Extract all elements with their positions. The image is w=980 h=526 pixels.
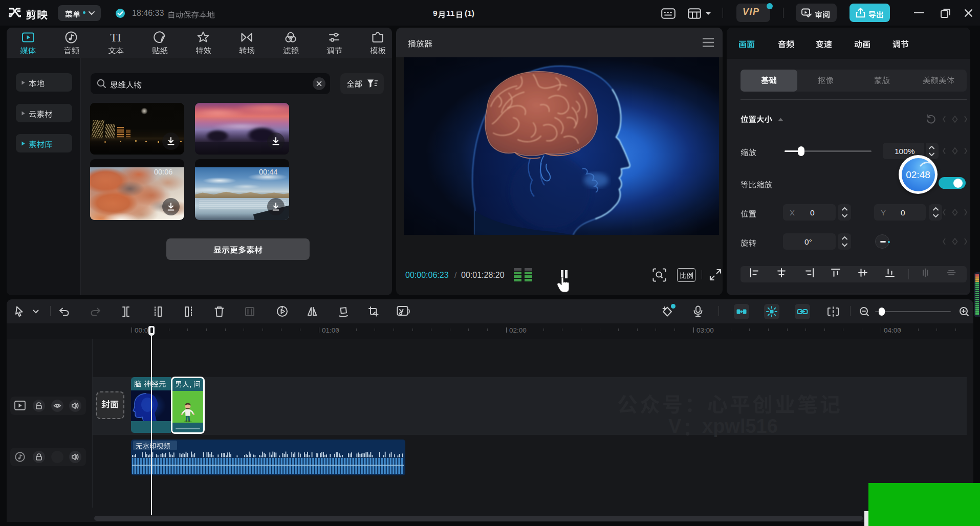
svg-text:TI: TI: [110, 31, 121, 43]
